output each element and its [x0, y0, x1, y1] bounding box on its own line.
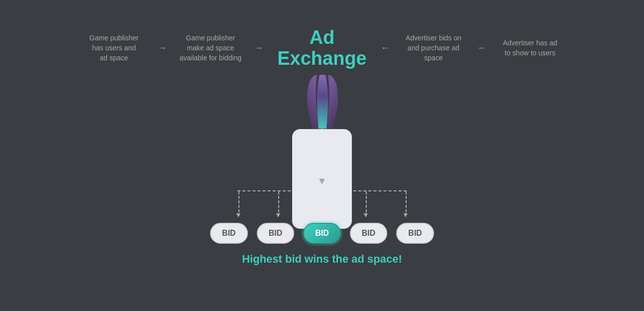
bid-button-5[interactable]: BID	[396, 223, 434, 244]
right-arrow-icon-2: →	[254, 43, 263, 53]
arrow-right-2: →	[250, 43, 267, 53]
phone-card: ▼	[292, 129, 352, 229]
bid-buttons-row: BID BID BID BID BID	[210, 223, 434, 244]
top-row: Game publisher has users and ad space → …	[0, 27, 644, 69]
main-scene: Game publisher has users and ad space → …	[0, 0, 644, 311]
center-left-description: Game publisher make ad space available f…	[171, 33, 250, 63]
bid-button-1[interactable]: BID	[210, 223, 248, 244]
down-arrow-1: ▼	[235, 211, 242, 219]
left-description: Game publisher has users and ad space	[74, 33, 154, 63]
bid-button-3-active[interactable]: BID	[303, 223, 341, 244]
left-arrow-icon-2: ←	[477, 43, 486, 53]
down-arrow-5: ▼	[402, 211, 409, 219]
illustration-area: ▼ ▼ ▼ ▼ ▼ ▼ BID BID BID BID BID	[222, 79, 422, 249]
center-right-description: Advertiser bids on and purchase ad space	[394, 33, 473, 63]
bid-button-4[interactable]: BID	[350, 223, 388, 244]
ribbon-graphic	[290, 75, 354, 132]
down-arrow-2: ▼	[275, 211, 282, 219]
vert-line-5	[406, 191, 407, 212]
left-arrow-icon-1: ←	[381, 43, 390, 53]
right-description: Advertiser has ad to show to users	[490, 38, 570, 58]
arrow-right-1: →	[154, 43, 171, 53]
arrow-left-1: ←	[377, 43, 394, 53]
vert-line-1	[238, 191, 239, 212]
ad-exchange-title: Ad Exchange	[267, 27, 377, 69]
vert-line-4	[366, 191, 367, 212]
highest-bid-text: Highest bid wins the ad space!	[242, 253, 402, 266]
right-arrow-icon-1: →	[158, 43, 167, 53]
vert-line-2	[278, 191, 279, 212]
down-arrow-4: ▼	[362, 211, 369, 219]
arrow-left-2: ←	[473, 43, 490, 53]
bid-button-2[interactable]: BID	[257, 223, 295, 244]
phone-down-arrow: ▼	[317, 175, 327, 187]
